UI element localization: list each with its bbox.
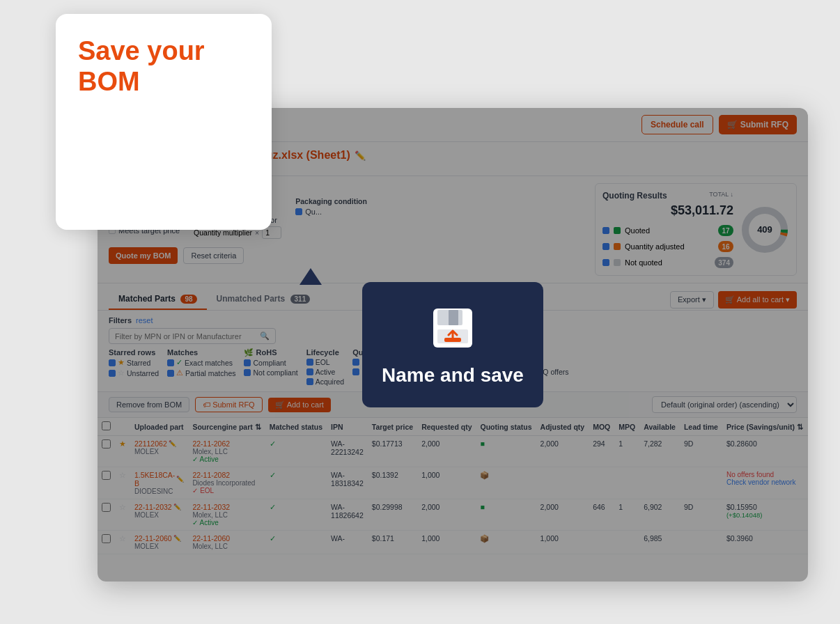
save-bom-modal: Name and save xyxy=(362,282,543,407)
promo-card: Save your BOM xyxy=(56,14,272,230)
outer-container: Save your BOM Q Quotengine Results Sched… xyxy=(0,0,840,624)
svg-rect-8 xyxy=(444,338,461,342)
save-bom-icon xyxy=(428,303,478,353)
modal-title-text: Name and save xyxy=(382,364,524,387)
svg-rect-6 xyxy=(449,310,458,325)
promo-title: Save your BOM xyxy=(78,36,249,97)
tooltip-arrow xyxy=(300,268,322,285)
save-icon-container xyxy=(428,303,478,353)
